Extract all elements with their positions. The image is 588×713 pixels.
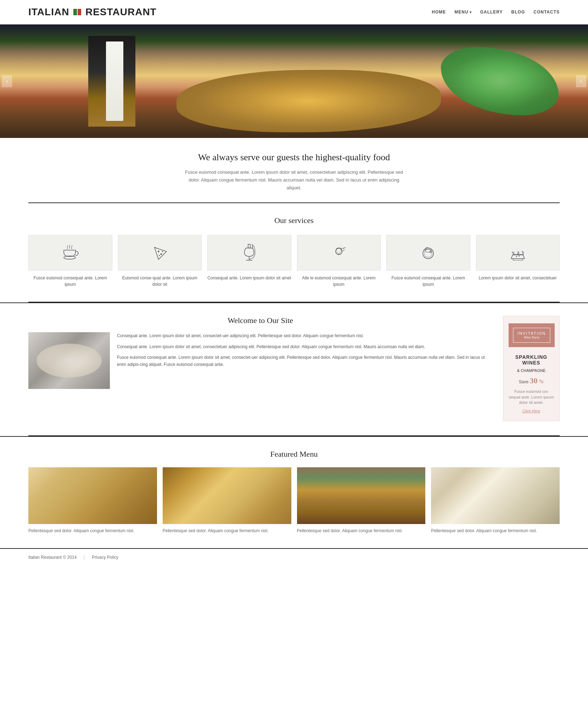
invitation-card: INVITATION Wine Party SPARKLING WINES & … <box>503 316 560 421</box>
service-text-2: Euismod conse-quat ante. Lorem ipsum dol… <box>118 275 202 288</box>
chevron-down-icon: ▾ <box>470 10 472 14</box>
menu-image-3 <box>297 467 426 524</box>
svg-point-9 <box>337 252 338 253</box>
invitation-main-text1: SPARKLING WINES <box>509 354 554 366</box>
menu-item-1: Pellentesque sed dolor. Aliquam congue f… <box>28 467 157 534</box>
cake-icon <box>507 242 528 263</box>
footer-privacy-link[interactable]: Privacy Policy <box>92 555 118 560</box>
nav-contacts[interactable]: CONTACTS <box>533 10 560 15</box>
services-heading: Our services <box>28 216 560 225</box>
save-label: Save <box>519 379 528 384</box>
welcome-image <box>28 332 110 389</box>
featured-heading: Featured Menu <box>28 450 560 459</box>
footer-divider: | <box>84 555 85 560</box>
menu-caption-3: Pellentesque sed dolor. Aliquam congue f… <box>297 528 426 534</box>
coffee-icon <box>60 242 81 263</box>
welcome-section: Welcome to Our Site Consequat ante. Lore… <box>0 302 588 435</box>
flag-green <box>73 9 77 15</box>
svg-point-4 <box>162 251 163 252</box>
invitation-title: INVITATION <box>516 331 547 335</box>
hero-next-button[interactable]: › <box>576 75 586 87</box>
service-item-4: Alle le euismod consequat ante. Lorem ip… <box>297 235 381 288</box>
welcome-text-block: Consequat ante. Lorem ipsum dolor sit am… <box>117 332 492 389</box>
hero-section: ‹ › <box>0 24 588 138</box>
tagline-heading: We always serve our guests the highest-q… <box>28 152 560 163</box>
service-icon-box-6 <box>476 235 560 271</box>
menu-item-3: Pellentesque sed dolor. Aliquam congue f… <box>297 467 426 534</box>
invitation-badge: INVITATION Wine Party <box>509 323 555 347</box>
welcome-content: Consequat ante. Lorem ipsum dolor sit am… <box>28 332 492 389</box>
tagline-body: Fusce euismod consequat ante. Lorem ipsu… <box>184 168 404 192</box>
flag-red <box>78 9 81 15</box>
service-icon-box-2 <box>118 235 202 271</box>
footer-copyright: Italian Restaurant © 2014 <box>28 555 77 560</box>
logo-part2: RESTAURANT <box>85 6 157 17</box>
welcome-inner: Welcome to Our Site Consequat ante. Lore… <box>28 316 560 421</box>
menu-image-2 <box>163 467 291 524</box>
menu-item-2: Pellentesque sed dolor. Aliquam congue f… <box>163 467 291 534</box>
menu-image-4 <box>431 467 560 524</box>
menu-item-4: Pellentesque sed dolor. Aliquam congue f… <box>431 467 560 534</box>
hero-pasta-visual <box>177 70 441 132</box>
service-item-2: Euismod conse-quat ante. Lorem ipsum dol… <box>118 235 202 288</box>
service-text-6: Lorem ipsum dolor sit amet, consectetuer <box>476 275 560 281</box>
nav-blog[interactable]: BLOG <box>511 10 525 15</box>
save-symbol: % <box>539 379 544 384</box>
service-item-3: Consequat ante. Lorem ipsum dolor sit am… <box>207 235 291 288</box>
menu-grid: Pellentesque sed dolor. Aliquam congue f… <box>28 467 560 534</box>
svg-point-1 <box>158 251 159 252</box>
invitation-subtitle: Wine Party <box>516 335 547 339</box>
svg-point-3 <box>159 255 160 256</box>
menu-image-1 <box>28 467 157 524</box>
hero-greens-visual <box>441 47 559 115</box>
service-item-1: Fusce euismod consequat ante. Lorem ipsu… <box>28 235 112 288</box>
welcome-intro: Consequat ante. Lorem ipsum dolor sit am… <box>117 332 492 339</box>
services-grid: Fusce euismod consequat ante. Lorem ipsu… <box>28 235 560 288</box>
hero-image <box>0 24 588 138</box>
logo: ITALIAN RESTAURANT <box>28 6 157 18</box>
hero-prev-button[interactable]: ‹ <box>2 75 12 87</box>
menu-caption-4: Pellentesque sed dolor. Aliquam congue f… <box>431 528 560 534</box>
welcome-body1: Consequat ante. Lorem ipsum dolor sit am… <box>117 343 492 350</box>
welcome-body2: Fusce euismod consequat ante. Lorem ipsu… <box>117 354 492 368</box>
logo-flag <box>73 9 81 15</box>
nav-menu[interactable]: MENU ▾ <box>454 10 471 15</box>
service-text-3: Consequat ante. Lorem ipsum dolor sit am… <box>207 275 291 281</box>
menu-caption-1: Pellentesque sed dolor. Aliquam congue f… <box>28 528 157 534</box>
service-icon-box-1 <box>28 235 112 271</box>
wine-icon <box>239 242 260 263</box>
invitation-cta[interactable]: Click Here <box>522 409 541 413</box>
service-text-1: Fusce euismod consequat ante. Lorem ipsu… <box>28 275 112 288</box>
tagline-section: We always serve our guests the highest-q… <box>0 138 588 202</box>
featured-section: Featured Menu Pellentesque sed dolor. Al… <box>0 436 588 548</box>
services-section: Our services Fusce euismod consequat ant… <box>0 203 588 302</box>
svg-point-10 <box>340 252 340 253</box>
service-item-6: Lorem ipsum dolor sit amet, consectetuer <box>476 235 560 288</box>
invitation-save-row: Save 30 % <box>509 376 554 385</box>
chef-icon <box>328 242 349 263</box>
welcome-left: Welcome to Our Site Consequat ante. Lore… <box>28 316 492 421</box>
menu-caption-2: Pellentesque sed dolor. Aliquam congue f… <box>163 528 291 534</box>
save-value: 30 <box>530 376 538 385</box>
service-icon-box-3 <box>207 235 291 271</box>
footer: Italian Restaurant © 2014 | Privacy Poli… <box>0 548 588 566</box>
invitation-description: Fusce euismod con sequat ante. Lorem ips… <box>509 389 554 405</box>
pizza-icon <box>149 242 170 263</box>
header: ITALIAN RESTAURANT HOME MENU ▾ GALLERY B… <box>0 0 588 24</box>
svg-point-12 <box>423 248 433 259</box>
welcome-heading: Welcome to Our Site <box>28 316 492 325</box>
service-text-5: Fusce euismod consequat ante. Lorem ipsu… <box>386 275 470 288</box>
invitation-badge-inner: INVITATION Wine Party <box>513 328 550 343</box>
service-icon-box-4 <box>297 235 381 271</box>
logo-part1: ITALIAN <box>28 6 69 17</box>
svg-point-16 <box>516 256 517 257</box>
service-item-5: Fusce euismod consequat ante. Lorem ipsu… <box>386 235 470 288</box>
plate-icon <box>418 242 439 263</box>
svg-rect-5 <box>248 244 250 248</box>
nav-home[interactable]: HOME <box>432 10 446 15</box>
svg-point-2 <box>160 254 162 255</box>
service-icon-box-5 <box>386 235 470 271</box>
nav-gallery[interactable]: GALLERY <box>480 10 503 15</box>
service-text-4: Alle le euismod consequat ante. Lorem ip… <box>297 275 381 288</box>
invitation-main-text2: & CHAMPAGNE <box>509 368 554 373</box>
